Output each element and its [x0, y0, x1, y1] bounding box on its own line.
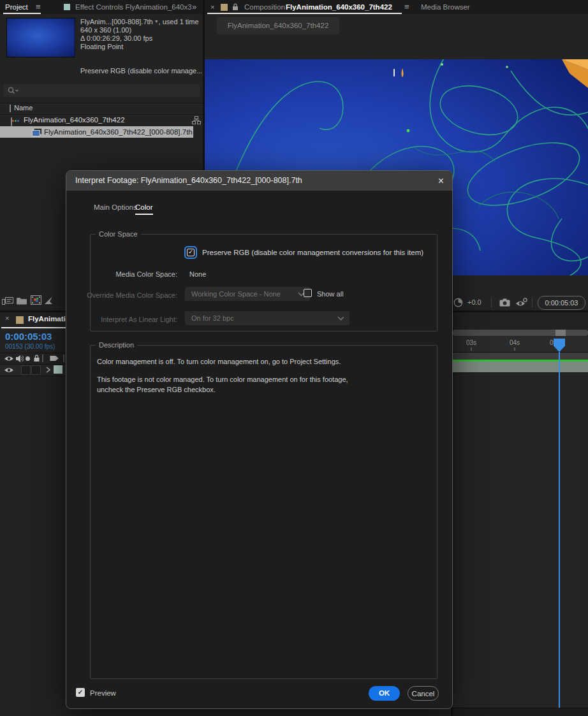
track-background: [453, 373, 588, 708]
list-item[interactable]: FlyAnimation_640x360_7th422: [0, 114, 203, 126]
app-window: Project ≡ Effect Controls FlyAnimation_6…: [0, 0, 588, 716]
ok-button[interactable]: OK: [369, 686, 400, 701]
list-item-selected[interactable]: FlyAnimation_640x360_7th422_[000-808].7t…: [0, 126, 193, 138]
new-folder-icon[interactable]: [17, 296, 27, 305]
column-name[interactable]: Name: [14, 104, 33, 112]
show-snapshot-icon[interactable]: [515, 298, 528, 307]
preserve-rgb-checkbox[interactable]: ✓: [187, 249, 195, 256]
column-handle[interactable]: [10, 105, 11, 112]
interpret-linear-light-label: Interpret As Linear Light:: [75, 316, 177, 323]
timeline-bottom-strip: [453, 708, 588, 716]
tab-effect-controls[interactable]: Effect Controls FlyAnimation_640x3: [75, 0, 191, 14]
tab-overflow-icon[interactable]: »: [192, 0, 196, 14]
ruler-label: 04s: [510, 339, 520, 346]
layer-duration-bar[interactable]: [453, 362, 588, 373]
playhead-line[interactable]: [559, 352, 560, 708]
ruler-label: 03s: [466, 339, 476, 346]
current-time-field[interactable]: 0:00:05:03: [538, 296, 585, 310]
label-column-icon[interactable]: [50, 354, 59, 362]
time-ruler[interactable]: 03s 04s 05s: [453, 337, 588, 353]
preview-checkbox[interactable]: ✓: [76, 688, 85, 697]
override-media-color-space-label: Override Media Color Space:: [75, 291, 177, 299]
layer-switch-box[interactable]: [31, 365, 41, 375]
column-divider: [63, 354, 64, 362]
item-label: FlyAnimation_640x360_7th422_[000-808].7t…: [44, 126, 193, 138]
interpret-footage-icon[interactable]: [2, 296, 14, 306]
exposure-value[interactable]: +0.0: [467, 298, 481, 306]
footage-dimensions: 640 x 360 (1.00): [80, 26, 199, 34]
show-all-checkbox[interactable]: [304, 289, 312, 297]
composition-icon: [11, 117, 12, 126]
toolbar-divider: [491, 297, 492, 307]
composition-tab-prefix[interactable]: Composition: [244, 0, 285, 14]
work-area-bar[interactable]: [453, 353, 588, 360]
dialog-title: Interpret Footage: FlyAnimation_640x360_…: [75, 171, 302, 191]
dialog-close-icon[interactable]: ×: [438, 171, 444, 191]
dialog-tab-main-options[interactable]: Main Options: [94, 203, 137, 211]
tab-project[interactable]: Project: [5, 0, 28, 14]
lock-icon[interactable]: [232, 3, 239, 11]
preserve-rgb-focus-ring: ✓: [184, 246, 197, 259]
interpret-linear-light-select[interactable]: On for 32 bpc: [185, 311, 349, 325]
composition-tab-title[interactable]: FlyAnimation_640x360_7th422: [286, 0, 392, 14]
timeline-tab-title[interactable]: FlyAnimati: [28, 315, 66, 323]
footage-used-count: , used 1 time: [159, 18, 199, 26]
item-label: FlyAnimation_640x360_7th422: [24, 114, 125, 126]
time-navigator[interactable]: [453, 330, 588, 336]
label-color-square[interactable]: [221, 4, 228, 11]
close-tab-icon[interactable]: ×: [210, 0, 214, 14]
solo-icon[interactable]: [26, 356, 30, 361]
dialog-titlebar[interactable]: Interpret Footage: FlyAnimation_640x360_…: [66, 171, 452, 191]
search-input[interactable]: [3, 84, 200, 97]
check-icon: ✓: [187, 249, 194, 255]
timeline-frames: 00153 (30.00 fps): [5, 343, 55, 350]
panel-menu-icon[interactable]: ≡: [36, 0, 41, 14]
media-color-space-label: Media Color Space:: [75, 270, 177, 278]
list-header: Name: [0, 103, 203, 115]
interpret-footage-dialog: Interpret Footage: FlyAnimation_640x360_…: [66, 170, 453, 709]
exposure-icon[interactable]: [453, 298, 463, 307]
show-all-label[interactable]: Show all: [317, 290, 344, 298]
footage-color-note: Preserve RGB (disable color manage...: [80, 67, 202, 75]
preview-label[interactable]: Preview: [90, 689, 116, 697]
panel-menu-icon[interactable]: ≡: [404, 0, 409, 14]
viewer-tab[interactable]: FlyAnimation_640x360_7th422: [217, 17, 339, 34]
footage-name: FlyAnim...[000-808].7th: [80, 18, 153, 26]
interpret-selected-value: On for 32 bpc: [191, 314, 234, 322]
composition-tabstrip: × Composition FlyAnimation_640x360_7th42…: [205, 0, 588, 14]
panel-group-icon: [64, 4, 70, 10]
description-group: Description Color management is off. To …: [90, 345, 437, 679]
eye-icon[interactable]: [4, 355, 14, 362]
description-legend: Description: [96, 341, 137, 349]
flowchart-icon[interactable]: [192, 116, 201, 124]
cancel-button[interactable]: Cancel: [408, 686, 439, 701]
audio-icon[interactable]: [15, 354, 24, 363]
expand-chevron-icon[interactable]: [46, 367, 50, 373]
time-navigator-notch[interactable]: [555, 330, 566, 336]
description-line-1: Color management is off. To turn color m…: [97, 358, 341, 365]
preserve-rgb-label[interactable]: Preserve RGB (disable color management c…: [202, 249, 423, 256]
new-composition-icon[interactable]: [31, 295, 41, 305]
dropdown-triangle-icon[interactable]: ▼: [153, 19, 159, 24]
tab-media-browser[interactable]: Media Browser: [421, 0, 470, 14]
project-settings-icon[interactable]: [44, 296, 54, 305]
media-color-space-value: None: [189, 270, 206, 278]
snapshot-camera-icon[interactable]: [499, 298, 510, 307]
dialog-tab-underline: [135, 214, 153, 215]
layer-label-swatch[interactable]: [54, 365, 62, 374]
override-media-color-space-select[interactable]: Working Color Space - None: [185, 287, 310, 301]
layer-row[interactable]: [0, 365, 66, 376]
dialog-tab-color[interactable]: Color: [135, 203, 152, 211]
project-tabstrip: Project ≡ Effect Controls FlyAnimation_6…: [0, 0, 204, 14]
timeline-column-header: [0, 353, 66, 365]
toolbar-divider: [532, 297, 533, 307]
lock-icon[interactable]: [33, 354, 40, 362]
layer-switch-box[interactable]: [21, 365, 31, 375]
timeline-timecode[interactable]: 0:00:05:03: [5, 331, 52, 342]
check-icon: ✓: [78, 689, 83, 696]
layer-visibility-eye-icon[interactable]: [4, 367, 14, 374]
search-icon: [8, 87, 19, 94]
column-divider: [42, 354, 43, 362]
close-tab-icon[interactable]: ×: [5, 314, 9, 322]
label-color-square[interactable]: [16, 316, 24, 324]
